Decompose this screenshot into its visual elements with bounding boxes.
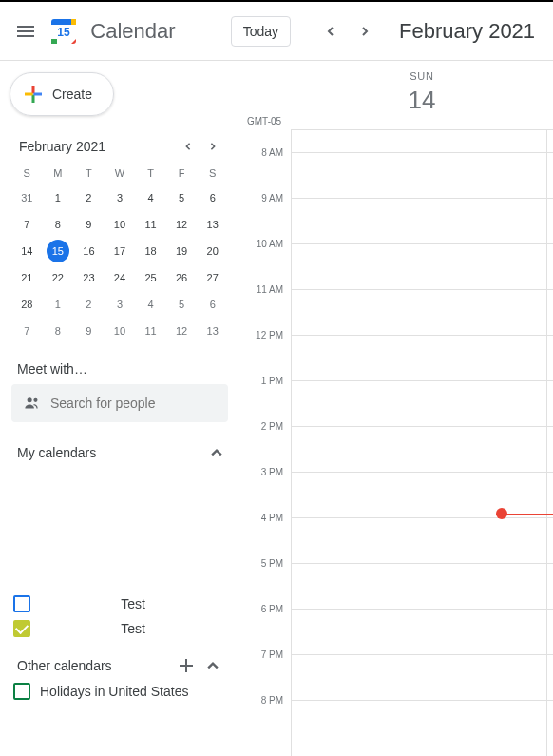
mini-day-cell[interactable]: 11 [140,320,162,342]
my-calendars-toggle[interactable]: My calendars [10,441,230,464]
svg-rect-5 [25,93,33,96]
prev-period-button[interactable] [315,16,346,47]
hour-gridline [291,152,553,153]
mini-day-cell[interactable]: 26 [170,266,193,289]
hour-gridline [291,289,553,290]
hour-gridline [291,517,553,518]
calendar-row[interactable]: Test [10,591,230,616]
other-calendars-header: Other calendars [10,652,230,679]
plus-icon [178,657,195,674]
calendar-row[interactable]: Test [10,616,230,641]
mini-day-cell[interactable]: 28 [15,293,38,316]
hour-gridline [291,198,553,199]
chevron-right-icon [209,143,217,150]
mini-day-cell[interactable]: 23 [77,266,100,289]
hour-label: 8 PM [261,695,283,706]
hour-label: 1 PM [261,376,283,386]
people-icon [23,394,41,413]
mini-day-cell[interactable]: 3 [108,293,131,316]
mini-day-cell[interactable]: 13 [201,213,224,236]
next-period-button[interactable] [350,16,380,47]
hour-grid[interactable] [291,129,553,756]
mini-day-cell[interactable]: 24 [108,266,131,289]
main-menu-button[interactable] [11,12,39,50]
mini-dow-label: F [166,164,198,183]
mini-dow-label: S [197,164,228,183]
mini-day-cell[interactable]: 19 [170,240,193,262]
header-date-label: February 2021 [399,19,542,44]
day-column-header[interactable]: SUN 14 [291,61,553,115]
mini-day-cell[interactable]: 1 [47,293,69,316]
create-button[interactable]: Create [10,72,114,116]
mini-day-cell[interactable]: 11 [140,213,162,236]
svg-rect-3 [32,86,35,94]
mini-day-cell[interactable]: 8 [47,213,69,236]
mini-day-cell[interactable]: 4 [140,186,162,209]
chevron-right-icon [360,27,370,36]
mini-day-cell[interactable]: 17 [108,240,131,262]
mini-day-cell[interactable]: 4 [140,293,162,316]
chevron-left-icon [184,143,192,150]
my-calendars-label: My calendars [17,445,96,460]
chevron-up-icon [211,447,222,458]
chevron-left-icon [326,27,335,36]
mini-day-cell[interactable]: 15 [47,240,69,262]
mini-day-cell[interactable]: 10 [108,320,131,342]
mini-day-cell[interactable]: 7 [15,320,38,342]
mini-day-cell[interactable]: 8 [47,320,69,342]
mini-day-cell[interactable]: 5 [170,186,193,209]
mini-day-cell[interactable]: 9 [77,320,100,342]
mini-prev-month-button[interactable] [177,135,200,158]
mini-dow-label: S [11,164,43,183]
mini-next-month-button[interactable] [201,135,224,158]
hour-label: 9 AM [261,193,283,204]
mini-day-cell[interactable]: 21 [15,266,38,289]
calendar-label: Test [40,596,226,611]
hour-gridline [291,243,553,244]
mini-day-cell[interactable]: 12 [170,320,193,342]
mini-day-cell[interactable]: 13 [201,320,224,342]
svg-rect-1 [71,19,76,25]
hour-gridline [291,380,553,381]
mini-day-cell[interactable]: 9 [77,213,100,236]
mini-day-cell[interactable]: 16 [77,240,100,262]
other-calendars-toggle[interactable] [203,656,222,675]
mini-day-cell[interactable]: 27 [201,266,224,289]
hour-grid-wrap: 8 AM9 AM10 AM11 AM12 PM1 PM2 PM3 PM4 PM5… [239,129,553,756]
mini-day-cell[interactable]: 12 [170,213,193,236]
calendar-checkbox[interactable] [13,620,30,637]
today-button[interactable]: Today [231,16,291,47]
hour-label: 6 PM [261,604,283,614]
mini-day-cell[interactable]: 7 [15,213,38,236]
search-people-field[interactable] [11,384,228,422]
calendar-label: Test [40,621,226,636]
mini-day-cell[interactable]: 20 [201,240,224,262]
calendar-row[interactable]: Holidays in United States [10,679,230,704]
mini-day-cell[interactable]: 2 [77,293,100,316]
calendar-label: Holidays in United States [40,684,188,699]
mini-day-cell[interactable]: 22 [47,266,69,289]
current-time-dot [496,508,507,519]
mini-day-cell[interactable]: 6 [201,293,224,316]
mini-day-cell[interactable]: 3 [108,186,131,209]
search-people-input[interactable] [50,396,217,411]
mini-day-cell[interactable]: 31 [15,186,38,209]
mini-calendar-title: February 2021 [19,139,105,154]
add-other-calendar-button[interactable] [177,656,196,675]
svg-rect-2 [51,39,57,44]
hour-label: 7 PM [261,649,283,660]
calendar-checkbox[interactable] [13,683,30,700]
day-view: SUN 14 GMT-05 8 AM9 AM10 AM11 AM12 PM1 P… [239,61,553,756]
mini-day-cell[interactable]: 5 [170,293,193,316]
mini-day-cell[interactable]: 14 [15,240,38,262]
mini-day-cell[interactable]: 10 [108,213,131,236]
hour-gridline [291,335,553,336]
mini-day-cell[interactable]: 6 [201,186,224,209]
mini-day-cell[interactable]: 2 [77,186,100,209]
hour-label: 10 AM [257,239,283,249]
hour-label: 3 PM [261,467,283,477]
mini-day-cell[interactable]: 18 [140,240,162,262]
mini-day-cell[interactable]: 1 [47,186,69,209]
calendar-checkbox[interactable] [13,595,30,612]
mini-day-cell[interactable]: 25 [140,266,162,289]
